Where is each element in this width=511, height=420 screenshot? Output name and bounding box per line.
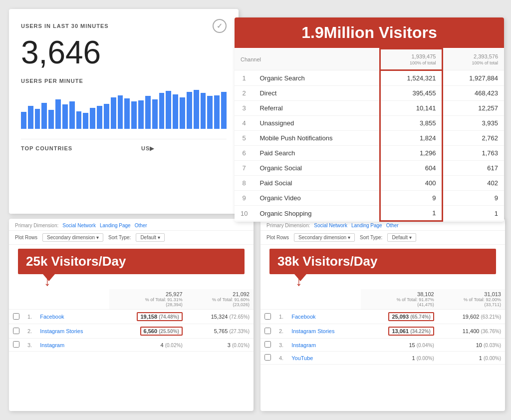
total1-header-left: 25,927 % of Total: 91.31% (28,394) bbox=[109, 289, 186, 310]
table-row: 5 Mobile Push Notifications 1,824 2,762 bbox=[235, 131, 504, 146]
row-val1: 13,061 (34.22%) bbox=[361, 324, 438, 339]
row-label[interactable]: Instagram Stories bbox=[36, 324, 109, 339]
row-val1: 4 (0.02%) bbox=[109, 339, 186, 352]
checkbox-cell[interactable] bbox=[260, 324, 275, 339]
dim-landing-right[interactable]: Landing Page bbox=[351, 223, 382, 228]
table-row: 10 Organic Shopping 1 1 bbox=[235, 206, 504, 221]
row-label: Organic Video bbox=[254, 191, 380, 206]
bar bbox=[76, 111, 82, 129]
row-label[interactable]: Facebook bbox=[287, 310, 361, 324]
row-num: 5 bbox=[235, 131, 254, 146]
row-num: 4. bbox=[275, 352, 287, 365]
bar bbox=[173, 94, 178, 129]
banner-container-left: 25k Visitors/Day ↓ bbox=[14, 249, 249, 274]
highlighted-value: 25,093 (65.74%) bbox=[388, 312, 434, 321]
checkbox-cell[interactable] bbox=[260, 352, 275, 365]
row-val2: 1 (0.00%) bbox=[438, 352, 505, 365]
sort-default-btn-left[interactable]: Default ▾ bbox=[136, 233, 164, 242]
dim-landing-left[interactable]: Landing Page bbox=[100, 223, 131, 228]
highlighted-value: 13,061 (34.22%) bbox=[388, 327, 434, 336]
row-checkbox[interactable] bbox=[13, 328, 19, 334]
dim-social-left[interactable]: Social Network bbox=[62, 223, 96, 228]
bar bbox=[131, 101, 137, 129]
traffic-col-channel: Channel bbox=[235, 49, 380, 70]
sort-default-btn-right[interactable]: Default ▾ bbox=[387, 233, 416, 242]
realtime-count: 3,646 bbox=[21, 35, 227, 70]
row-label: Unassigned bbox=[254, 116, 380, 131]
bar bbox=[180, 97, 185, 129]
row-val1: 1,296 bbox=[380, 146, 443, 161]
row-num: 2 bbox=[235, 86, 254, 101]
row-num: 3. bbox=[275, 339, 287, 352]
social-header-left: Primary Dimension: Social Network Landin… bbox=[9, 219, 254, 231]
row-label[interactable]: Facebook bbox=[36, 310, 109, 324]
checkbox-cell[interactable] bbox=[260, 310, 275, 324]
bar bbox=[138, 100, 144, 129]
sort-label-right: Sort Type: bbox=[360, 235, 382, 240]
traffic-banner: 1.9Million Visitors bbox=[235, 17, 504, 48]
bar bbox=[207, 96, 213, 129]
traffic-table: Channel 1,939,475 100% of total 2,393,57… bbox=[235, 48, 504, 222]
row-val1: 1,524,321 bbox=[380, 70, 443, 86]
list-item: 2. Instagram Stories 13,061 (34.22%) 11,… bbox=[260, 324, 505, 339]
row-val1: 15 (0.04%) bbox=[361, 339, 438, 352]
bar bbox=[28, 106, 33, 129]
row-checkbox[interactable] bbox=[13, 341, 19, 348]
row-val1: 1 bbox=[380, 206, 443, 221]
row-val2: 468,423 bbox=[443, 86, 504, 101]
network-header-left bbox=[36, 289, 109, 310]
dim-social-right[interactable]: Social Network bbox=[314, 223, 347, 228]
row-num: 8 bbox=[235, 176, 254, 191]
social-toolbar-right: Plot Rows Secondary dimension ▾ Sort Typ… bbox=[260, 231, 505, 245]
checkbox-cell[interactable] bbox=[9, 324, 23, 339]
cb-header-right bbox=[260, 289, 275, 310]
row-val1: 400 bbox=[380, 176, 443, 191]
row-val2: 1 bbox=[443, 206, 504, 221]
network-header-right bbox=[287, 289, 361, 310]
social-banner-right: 38k Visitors/Day bbox=[269, 249, 496, 274]
checkbox-cell[interactable] bbox=[260, 339, 275, 352]
social-table-left: 25,927 % of Total: 91.31% (28,394) 21,09… bbox=[9, 289, 254, 352]
row-checkbox[interactable] bbox=[13, 313, 19, 320]
social-card-left: Primary Dimension: Social Network Landin… bbox=[9, 219, 254, 411]
bar bbox=[48, 110, 54, 129]
row-val2: 402 bbox=[443, 176, 504, 191]
cb-header-left bbox=[9, 289, 23, 310]
traffic-card: 1.9Million Visitors Channel 1,939,475 10… bbox=[235, 17, 504, 222]
bar bbox=[201, 93, 206, 129]
dim-other-right[interactable]: Other bbox=[386, 223, 399, 228]
row-label[interactable]: Instagram bbox=[36, 339, 109, 352]
plot-rows-label-left: Plot Rows bbox=[15, 235, 37, 240]
list-item: 4. YouTube 1 (0.00%) 1 (0.00%) bbox=[260, 352, 505, 365]
list-item: 3. Instagram 4 (0.02%) 3 (0.01%) bbox=[9, 339, 254, 352]
bar bbox=[124, 98, 130, 129]
row-label: Mobile Push Notifications bbox=[254, 131, 380, 146]
row-val2: 2,762 bbox=[443, 131, 504, 146]
row-label[interactable]: Instagram Stories bbox=[287, 324, 361, 339]
table-row: 2 Direct 395,455 468,423 bbox=[235, 86, 504, 101]
row-label[interactable]: YouTube bbox=[287, 352, 361, 365]
checkbox-cell[interactable] bbox=[9, 310, 23, 324]
traffic-col2-header: 2,393,576 100% of total bbox=[443, 49, 504, 70]
check-icon: ✓ bbox=[213, 19, 227, 33]
sec-dim-btn-right[interactable]: Secondary dimension ▾ bbox=[294, 233, 355, 242]
table-row: 6 Paid Search 1,296 1,763 bbox=[235, 146, 504, 161]
bar bbox=[152, 99, 158, 129]
sec-dim-btn-left[interactable]: Secondary dimension ▾ bbox=[42, 233, 103, 242]
sort-label-left: Sort Type: bbox=[108, 235, 131, 240]
bar bbox=[62, 104, 68, 129]
dim-other-left[interactable]: Other bbox=[135, 223, 147, 228]
row-checkbox[interactable] bbox=[264, 341, 271, 348]
checkbox-cell[interactable] bbox=[9, 339, 23, 352]
row-label: Referral bbox=[254, 101, 380, 116]
banner-container-right: 38k Visitors/Day ↓ bbox=[265, 249, 500, 274]
row-val1: 1 (0.00%) bbox=[361, 352, 438, 365]
bar bbox=[35, 109, 40, 129]
list-item: 1. Facebook 25,093 (65.74%) 19,602 (63.2… bbox=[260, 310, 505, 324]
row-checkbox[interactable] bbox=[264, 313, 271, 320]
row-checkbox[interactable] bbox=[264, 328, 271, 334]
table-row: 8 Paid Social 400 402 bbox=[235, 176, 504, 191]
row-label[interactable]: Instagram bbox=[287, 339, 361, 352]
row-checkbox[interactable] bbox=[264, 354, 271, 361]
row-val1: 6,560 (25.50%) bbox=[109, 324, 186, 339]
